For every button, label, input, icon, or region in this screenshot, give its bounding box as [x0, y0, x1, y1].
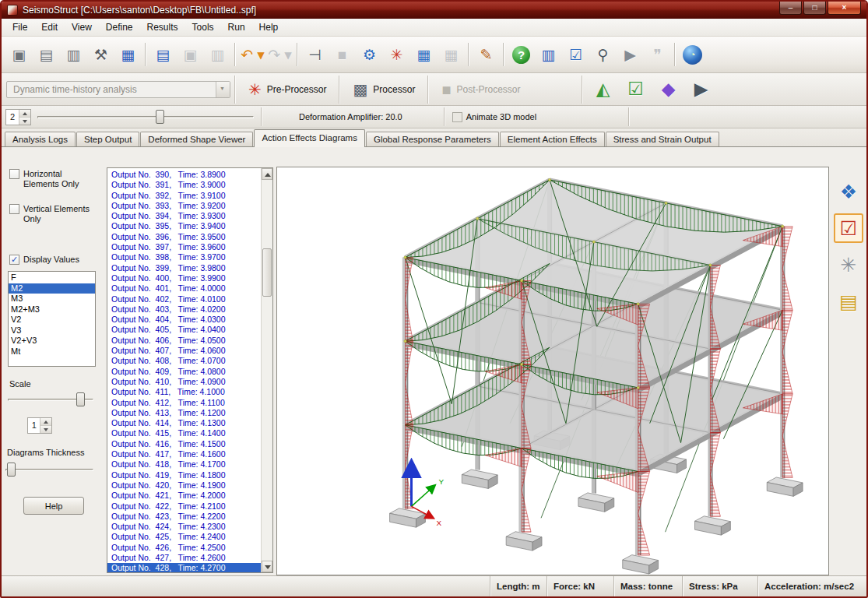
menu-item[interactable]: Help: [252, 19, 286, 35]
tab[interactable]: Element Action Effects: [500, 132, 605, 146]
output-step-row[interactable]: Output No. 418, Time: 4.1700: [107, 459, 261, 470]
save-icon[interactable]: ▦: [115, 41, 141, 68]
print-icon[interactable]: ▤: [150, 41, 176, 68]
run-network-icon[interactable]: ✳: [384, 41, 409, 68]
tab[interactable]: Stress and Strain Output: [606, 132, 719, 146]
spinner-down-icon[interactable]: [40, 426, 51, 433]
help-button[interactable]: Help: [23, 497, 84, 515]
refine-view-icon[interactable]: ◆: [653, 75, 684, 104]
tab[interactable]: Step Output: [76, 132, 139, 146]
output-step-row[interactable]: Output No. 405, Time: 4.0400: [107, 325, 261, 335]
animate-3d-checkbox[interactable]: Animate 3D model: [452, 112, 537, 122]
video-icon[interactable]: ▶: [617, 41, 643, 68]
layers-icon[interactable]: ▤: [834, 287, 863, 316]
feedback-icon[interactable]: ❞: [645, 41, 670, 68]
slider-track[interactable]: [5, 469, 93, 471]
scroll-thumb[interactable]: [262, 248, 272, 297]
menu-item[interactable]: File: [5, 19, 34, 35]
spinner-up-icon[interactable]: [19, 110, 30, 118]
scale-spinner[interactable]: 1: [27, 417, 52, 434]
analysis-checks-icon[interactable]: ☑: [620, 75, 652, 104]
output-step-row[interactable]: Output No. 424, Time: 4.2300: [107, 522, 261, 532]
post-processor-button[interactable]: ■ Post-Processor: [433, 79, 529, 100]
output-step-row[interactable]: Output No. 422, Time: 4.2100: [107, 501, 261, 512]
output-step-row[interactable]: Output No. 420, Time: 4.1900: [107, 480, 261, 491]
output-step-row[interactable]: Output No. 398, Time: 3.9700: [107, 252, 261, 262]
output-step-row[interactable]: Output No. 427, Time: 4.2600: [107, 553, 261, 563]
spinner-up-icon[interactable]: [40, 418, 51, 426]
website-globe-icon[interactable]: ◔: [680, 41, 705, 68]
output-step-row[interactable]: Output No. 415, Time: 4.1400: [107, 428, 261, 438]
tutorial-check-icon[interactable]: ☑: [563, 41, 589, 68]
checkbox-box[interactable]: [9, 255, 19, 265]
output-step-row[interactable]: Output No. 409, Time: 4.0800: [107, 367, 261, 377]
output-step-row[interactable]: Output No. 400, Time: 3.9900: [107, 273, 261, 283]
stop-icon[interactable]: ■: [329, 41, 355, 68]
effect-option[interactable]: M2: [9, 283, 95, 294]
scale-slider[interactable]: [8, 392, 93, 407]
animation-movie-icon[interactable]: ▶: [686, 75, 717, 104]
tab[interactable]: Deformed Shape Viewer: [140, 132, 253, 146]
effect-option[interactable]: M2+M3: [9, 304, 95, 315]
merge-icon[interactable]: ⊣: [302, 41, 328, 68]
table-icon[interactable]: ▦: [438, 41, 464, 68]
output-step-row[interactable]: Output No. 425, Time: 4.2400: [107, 532, 261, 542]
output-step-row[interactable]: Output No. 403, Time: 4.0200: [107, 304, 261, 315]
new-project-icon[interactable]: ▣: [6, 41, 32, 68]
effect-option[interactable]: Mt: [9, 346, 95, 357]
settings-gear-icon[interactable]: ⚙: [357, 41, 382, 68]
axes-3d-icon[interactable]: ✳: [834, 250, 863, 280]
slider-track[interactable]: [37, 116, 254, 118]
output-step-row[interactable]: Output No. 397, Time: 3.9600: [107, 242, 261, 252]
scroll-down-icon[interactable]: [262, 561, 272, 572]
slider-thumb[interactable]: [76, 392, 85, 406]
deformed-shape-icon[interactable]: ◭: [588, 75, 619, 104]
effect-option[interactable]: V2+V3: [9, 336, 95, 346]
paintbrush-icon[interactable]: ✎: [473, 41, 499, 68]
open-project-icon[interactable]: ▤: [33, 41, 59, 68]
effect-option[interactable]: F: [9, 273, 95, 283]
scroll-up-icon[interactable]: [262, 168, 272, 180]
output-step-row[interactable]: Output No. 412, Time: 4.1100: [107, 398, 261, 408]
output-step-row[interactable]: Output No. 428, Time: 4.2700: [107, 563, 261, 572]
output-step-row[interactable]: Output No. 390, Time: 3.8900: [107, 170, 261, 180]
output-step-row[interactable]: Output No. 396, Time: 3.9500: [107, 232, 261, 242]
menu-item[interactable]: Define: [99, 19, 140, 35]
processor-button[interactable]: ▩ Processor: [344, 79, 423, 100]
analysis-type-dropdown[interactable]: Dynamic time-history analysis: [6, 81, 230, 98]
maximize-button[interactable]: □: [803, 2, 826, 15]
output-step-row[interactable]: Output No. 413, Time: 4.1200: [107, 408, 261, 418]
spinner-down-icon[interactable]: [19, 118, 30, 125]
output-step-row[interactable]: Output No. 394, Time: 3.9300: [107, 211, 261, 221]
menu-item[interactable]: Tools: [185, 19, 221, 35]
checkbox-box[interactable]: [452, 112, 462, 122]
search-report-icon[interactable]: ⚲: [590, 41, 616, 68]
copy-icon[interactable]: ▣: [177, 41, 203, 68]
output-step-row[interactable]: Output No. 407, Time: 4.0600: [107, 346, 261, 356]
output-step-row[interactable]: Output No. 393, Time: 3.9200: [107, 201, 261, 211]
undo-icon[interactable]: ↶ ▾: [240, 41, 265, 68]
effect-option[interactable]: V2: [9, 315, 95, 325]
thickness-slider[interactable]: [5, 462, 93, 477]
time-step-slider[interactable]: [37, 109, 254, 125]
output-checklist-icon[interactable]: ☑: [834, 213, 863, 243]
tab[interactable]: Action Effects Diagrams: [254, 129, 365, 147]
output-step-row[interactable]: Output No. 417, Time: 4.1600: [107, 449, 261, 459]
slider-thumb[interactable]: [7, 463, 16, 477]
output-step-row[interactable]: Output No. 392, Time: 3.9100: [107, 191, 261, 201]
title-bar[interactable]: SeismoStruct [C:\Users\santon\Desktop\FB…: [2, 2, 866, 19]
calculator-icon[interactable]: ▦: [411, 41, 437, 68]
output-step-row[interactable]: Output No. 408, Time: 4.0700: [107, 356, 261, 366]
output-step-row[interactable]: Output No. 395, Time: 3.9400: [107, 221, 261, 231]
output-step-row[interactable]: Output No. 419, Time: 4.1800: [107, 470, 261, 480]
redo-icon[interactable]: ↷ ▾: [267, 41, 293, 68]
close-button[interactable]: ×: [828, 2, 861, 15]
tab[interactable]: Global Response Parameters: [366, 132, 499, 146]
tab[interactable]: Analysis Logs: [5, 132, 76, 146]
output-step-row[interactable]: Output No. 410, Time: 4.0900: [107, 377, 261, 387]
minimize-button[interactable]: –: [779, 2, 802, 15]
wrench-icon[interactable]: ⚒: [88, 41, 114, 68]
menu-item[interactable]: Run: [221, 19, 252, 35]
menu-item[interactable]: Results: [140, 19, 185, 35]
effect-option[interactable]: V3: [9, 325, 95, 336]
